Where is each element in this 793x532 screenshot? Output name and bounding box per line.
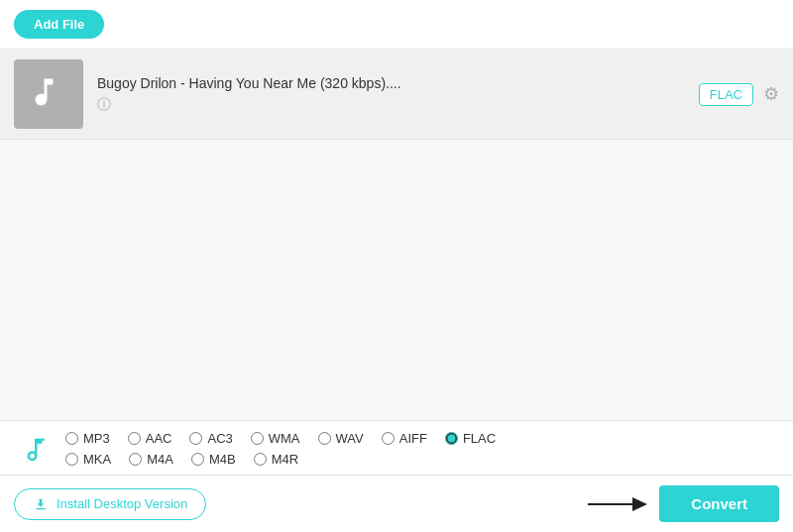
- install-desktop-button[interactable]: Install Desktop Version: [14, 488, 206, 520]
- format-label-aiff: AIFF: [399, 431, 427, 446]
- file-thumbnail: [14, 59, 83, 129]
- download-icon: [33, 496, 49, 512]
- format-option-aiff[interactable]: AIFF: [382, 431, 427, 446]
- format-row-2: MKA M4A M4B M4R: [65, 452, 496, 467]
- format-label-flac: FLAC: [463, 431, 496, 446]
- format-option-flac[interactable]: FLAC: [445, 431, 496, 446]
- radio-ac3[interactable]: [189, 432, 202, 445]
- format-rows: MP3 AAC AC3 WMA WAV AIFF F: [20, 431, 773, 467]
- format-label-wav: WAV: [336, 431, 364, 446]
- radio-mka[interactable]: [65, 453, 78, 466]
- radio-m4r[interactable]: [254, 453, 267, 466]
- format-option-wma[interactable]: WMA: [251, 431, 300, 446]
- file-item: Bugoy Drilon - Having You Near Me (320 k…: [0, 50, 793, 140]
- file-list: Bugoy Drilon - Having You Near Me (320 k…: [0, 50, 793, 420]
- format-option-m4a[interactable]: M4A: [129, 452, 173, 467]
- svg-marker-2: [632, 497, 647, 511]
- format-option-ac3[interactable]: AC3: [189, 431, 232, 446]
- radio-wav[interactable]: [318, 432, 331, 445]
- format-label-ac3: AC3: [207, 431, 232, 446]
- format-option-m4b[interactable]: M4B: [191, 452, 236, 467]
- convert-button[interactable]: Convert: [659, 485, 779, 522]
- format-label-m4r: M4R: [272, 452, 298, 467]
- format-options: MP3 AAC AC3 WMA WAV AIFF F: [65, 431, 496, 467]
- action-bar: Install Desktop Version Convert: [0, 475, 793, 532]
- format-option-mp3[interactable]: MP3: [65, 431, 110, 446]
- file-info: Bugoy Drilon - Having You Near Me (320 k…: [97, 75, 699, 114]
- file-actions: FLAC ⚙: [699, 83, 779, 106]
- music-note-icon: [31, 74, 66, 114]
- radio-m4b[interactable]: [191, 453, 204, 466]
- file-name: Bugoy Drilon - Having You Near Me (320 k…: [97, 75, 699, 91]
- settings-icon[interactable]: ⚙: [763, 83, 779, 105]
- format-label-aac: AAC: [146, 431, 172, 446]
- format-option-m4r[interactable]: M4R: [254, 452, 298, 467]
- format-bar: MP3 AAC AC3 WMA WAV AIFF F: [0, 420, 793, 475]
- format-option-wav[interactable]: WAV: [318, 431, 364, 446]
- radio-wma[interactable]: [251, 432, 264, 445]
- install-label: Install Desktop Version: [57, 496, 187, 511]
- add-file-button[interactable]: Add File: [14, 10, 104, 39]
- radio-flac[interactable]: [445, 432, 458, 445]
- format-option-mka[interactable]: MKA: [65, 452, 111, 467]
- radio-aac[interactable]: [128, 432, 141, 445]
- arrow-right-icon: [588, 489, 647, 519]
- convert-section: Convert: [588, 485, 779, 522]
- format-label-mka: MKA: [83, 452, 111, 467]
- format-label-wma: WMA: [269, 431, 300, 446]
- format-label-m4b: M4B: [209, 452, 236, 467]
- radio-mp3[interactable]: [65, 432, 78, 445]
- info-icon[interactable]: ⓘ: [97, 96, 699, 114]
- format-badge-button[interactable]: FLAC: [699, 83, 753, 106]
- radio-m4a[interactable]: [129, 453, 142, 466]
- format-row-1: MP3 AAC AC3 WMA WAV AIFF F: [65, 431, 496, 446]
- radio-aiff[interactable]: [382, 432, 395, 445]
- format-label-m4a: M4A: [147, 452, 173, 467]
- audio-format-icon: [20, 431, 50, 465]
- toolbar: Add File: [0, 0, 793, 50]
- format-label-mp3: MP3: [83, 431, 110, 446]
- svg-rect-0: [38, 439, 46, 441]
- format-option-aac[interactable]: AAC: [128, 431, 172, 446]
